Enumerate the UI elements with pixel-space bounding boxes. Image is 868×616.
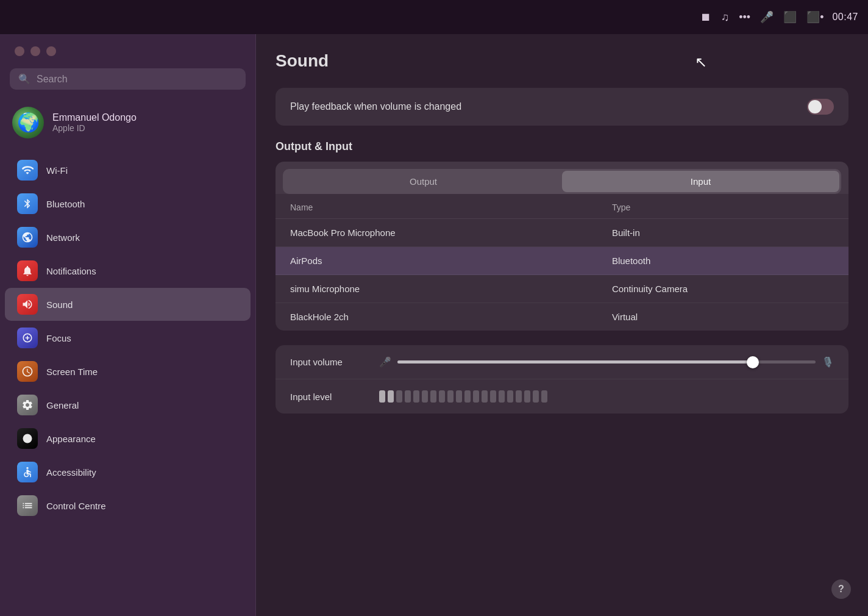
tab-switcher: Output Input <box>283 169 841 194</box>
user-info: Emmanuel Odongo Apple ID <box>52 112 137 133</box>
table-row[interactable]: MacBook Pro Microphone Built-in <box>276 219 848 247</box>
search-input[interactable] <box>37 74 237 85</box>
general-icon <box>17 395 38 415</box>
level-bar <box>422 390 428 403</box>
close-button[interactable] <box>15 46 24 56</box>
device-type: Virtual <box>597 303 848 331</box>
feedback-toggle[interactable] <box>807 99 834 115</box>
level-bar <box>447 390 454 403</box>
bluetooth-icon <box>17 193 38 214</box>
clock: 00:47 <box>832 12 858 23</box>
device-type: Built-in <box>597 219 848 247</box>
sidebar-item-general[interactable]: General <box>5 389 251 421</box>
maximize-button[interactable] <box>46 46 56 56</box>
sidebar-item-screentime[interactable]: Screen Time <box>5 355 251 388</box>
slider-section: Input volume 🎤 🎙️ Input level <box>276 345 848 414</box>
level-bar <box>490 390 496 403</box>
output-input-section: Output & Input Output Input Name Type <box>276 140 848 414</box>
sidebar-item-appearance[interactable]: Appearance <box>5 422 251 455</box>
minimize-button[interactable] <box>30 46 40 56</box>
table-row[interactable]: BlackHole 2ch Virtual <box>276 303 848 331</box>
sound-icon <box>17 294 38 315</box>
sidebar-item-network[interactable]: Network <box>5 221 251 254</box>
sidebar-item-accessibility[interactable]: Accessibility <box>5 456 251 489</box>
network-icon <box>17 227 38 248</box>
device-name: MacBook Pro Microphone <box>276 219 597 247</box>
level-bar <box>482 390 488 403</box>
menu-extra-icon[interactable]: ⬛• <box>806 10 824 24</box>
sidebar-item-label: Network <box>46 232 80 243</box>
appearance-icon <box>17 428 38 449</box>
toggle-knob <box>808 100 822 113</box>
sidebar-item-label: Screen Time <box>46 367 98 377</box>
level-bar <box>430 390 436 403</box>
device-name: BlackHole 2ch <box>276 303 597 331</box>
table-row[interactable]: simu Microphone Continuity Camera <box>276 275 848 303</box>
microphone-icon[interactable]: 🎤 <box>760 10 774 24</box>
tab-output[interactable]: Output <box>285 171 562 192</box>
slider-thumb <box>747 356 759 368</box>
level-bar <box>464 390 471 403</box>
sidebar-item-label: General <box>46 400 79 410</box>
search-container: 🔍 <box>0 68 255 99</box>
level-bar <box>413 390 419 403</box>
sidebar-item-label: Control Centre <box>46 501 106 511</box>
more-icon[interactable]: ••• <box>739 11 750 24</box>
sidebar-item-label: Notifications <box>46 266 96 276</box>
tab-input[interactable]: Input <box>562 171 839 192</box>
user-subtitle: Apple ID <box>52 123 137 133</box>
output-input-title: Output & Input <box>276 140 848 153</box>
app-window: 🔍 🌍 Emmanuel Odongo Apple ID W <box>0 0 868 616</box>
level-bar <box>533 390 539 403</box>
input-volume-row: Input volume 🎤 🎙️ <box>276 345 848 379</box>
feedback-card: Play feedback when volume is changed <box>276 88 848 126</box>
menu-bar-icons: ⏹ ♫ ••• 🎤 ⬛ ⬛• <box>700 10 824 24</box>
input-level-label: Input level <box>290 392 369 402</box>
sidebar-item-notifications[interactable]: Notifications <box>5 254 251 287</box>
main-content: Sound Play feedback when volume is chang… <box>256 34 868 616</box>
input-volume-slider[interactable] <box>397 360 816 364</box>
level-bar <box>499 390 505 403</box>
sidebar-item-sound[interactable]: Sound <box>5 288 251 321</box>
level-bar <box>473 390 479 403</box>
wifi-icon <box>17 160 38 181</box>
user-name: Emmanuel Odongo <box>52 112 137 123</box>
audio-device-table: Name Type MacBook Pro Microphone Built-i… <box>276 194 848 331</box>
level-bar <box>405 390 411 403</box>
tab-container: Output Input <box>276 162 848 194</box>
menu-bar: ⏹ ♫ ••• 🎤 ⬛ ⬛• 00:47 <box>0 0 868 34</box>
help-button[interactable]: ? <box>831 579 851 599</box>
level-bar <box>524 390 530 403</box>
sidebar-item-bluetooth[interactable]: Bluetooth <box>5 187 251 220</box>
microphone-small-icon: 🎤 <box>379 356 391 368</box>
notifications-icon <box>17 260 38 281</box>
sidebar-item-label: Bluetooth <box>46 199 85 209</box>
controlcentre-icon <box>17 495 38 516</box>
feedback-label: Play feedback when volume is changed <box>290 101 461 112</box>
user-profile[interactable]: 🌍 Emmanuel Odongo Apple ID <box>0 99 255 151</box>
level-bar <box>439 390 445 403</box>
focus-icon <box>17 328 38 348</box>
table-row[interactable]: AirPods Bluetooth <box>276 247 848 275</box>
level-bar <box>541 390 547 403</box>
screentime-icon <box>17 361 38 382</box>
col-type: Type <box>597 194 848 219</box>
sidebar-item-label: Accessibility <box>46 467 96 478</box>
record-icon[interactable]: ⏹ <box>700 11 711 24</box>
device-name: AirPods <box>276 247 597 275</box>
avatar-emoji: 🌍 <box>17 113 40 132</box>
sidebar-item-wifi[interactable]: Wi-Fi <box>5 154 251 187</box>
sidebar-item-controlcentre[interactable]: Control Centre <box>5 489 251 522</box>
window-controls <box>0 46 255 68</box>
airplay-icon[interactable]: ⬛ <box>783 10 797 24</box>
search-box[interactable]: 🔍 <box>10 68 246 90</box>
slider-fill <box>397 360 753 364</box>
accessibility-icon <box>17 462 38 482</box>
level-bar <box>388 390 394 403</box>
spotify-icon[interactable]: ♫ <box>721 11 730 24</box>
col-name: Name <box>276 194 597 219</box>
sidebar-item-focus[interactable]: Focus <box>5 321 251 354</box>
search-icon: 🔍 <box>18 73 30 85</box>
device-type: Continuity Camera <box>597 275 848 303</box>
audio-device-card: Output Input Name Type MacBook Pro <box>276 162 848 331</box>
